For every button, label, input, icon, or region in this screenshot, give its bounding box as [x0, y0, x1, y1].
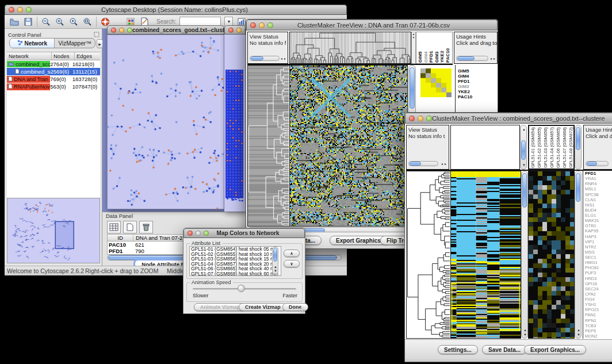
scroll-down-icon[interactable]: ▼ — [274, 269, 277, 273]
open-icon[interactable] — [9, 17, 20, 27]
scrollbar-thumb[interactable] — [457, 56, 475, 60]
scrollbar-thumb[interactable] — [273, 248, 277, 262]
heatmap-pane[interactable] — [289, 65, 408, 227]
network-view-canvas[interactable] — [107, 35, 224, 209]
gene-label[interactable]: BUD4 — [583, 208, 612, 213]
minimize-button[interactable] — [196, 231, 201, 236]
attribute-table-icon[interactable] — [107, 221, 121, 233]
scrollbar-thumb[interactable] — [576, 127, 580, 150]
save-icon[interactable] — [23, 17, 33, 27]
gene-label[interactable]: PAN1 — [583, 312, 612, 317]
gene-label[interactable]: NIS1 — [583, 202, 612, 208]
delete-attribute-icon[interactable] — [139, 221, 153, 233]
close-button[interactable] — [250, 22, 256, 28]
zoom-button[interactable] — [204, 231, 209, 236]
minimize-button[interactable] — [418, 116, 423, 121]
network-row[interactable]: combined_sco 2569(6) 13112(15) — [7, 68, 100, 75]
gene-label[interactable]: HRD3 — [583, 276, 612, 281]
close-button[interactable] — [228, 28, 234, 33]
row-dendrogram-pane[interactable] — [247, 65, 289, 227]
gene-label[interactable]: PFD1 — [583, 171, 612, 176]
id-column-header[interactable]: ID — [108, 235, 133, 241]
gene-label[interactable]: RPN1 — [583, 318, 612, 323]
treeview2-titlebar[interactable]: ClusterMaker TreeView : combined_scores_… — [405, 113, 612, 124]
gene-label[interactable]: CPA2 — [583, 292, 612, 297]
tab-network[interactable]: Network — [10, 39, 54, 48]
zoom-fit-icon[interactable] — [82, 17, 93, 27]
close-button[interactable] — [188, 231, 193, 236]
network-view-2-titlebar[interactable] — [224, 25, 246, 35]
zoom-in-icon[interactable] — [55, 17, 65, 27]
move-up-button[interactable]: ∧ — [284, 250, 300, 257]
close-button[interactable] — [409, 116, 415, 121]
zoom-heatmap-pane[interactable] — [528, 171, 575, 339]
network-row[interactable]: RNAPuberNov2+I 563(0) 107847(0) — [7, 83, 100, 90]
treeview1-titlebar[interactable]: ClusterMaker TreeView : DNA and Tran 07-… — [246, 20, 498, 30]
network-row[interactable]: DNA and Tran 07 769(0) 183728(0) — [7, 75, 100, 83]
float-panel-icon[interactable] — [94, 29, 100, 40]
scroll-down-icon[interactable]: ▼ — [577, 333, 580, 336]
gene-label[interactable]: GTB1 — [583, 223, 612, 228]
scroll-up-icon[interactable]: ▲ — [577, 328, 580, 332]
dialog-titlebar[interactable]: Map Colors to Network — [183, 228, 305, 238]
export-graphics-button[interactable]: Export Graphics... — [524, 345, 586, 354]
scroll-down-icon[interactable]: ▼ — [523, 333, 527, 336]
col-header-edges[interactable]: Edges — [75, 52, 100, 60]
column-dendrogram-pane[interactable] — [289, 32, 411, 64]
main-titlebar[interactable]: Cytoscape Desktop (Session Name: collins… — [5, 5, 347, 15]
resize-grip[interactable] — [299, 307, 304, 313]
gene-label[interactable]: SEC1 — [583, 255, 612, 260]
scroll-up-icon[interactable]: ▲ — [274, 265, 277, 269]
save-data-button[interactable]: Save Data... — [482, 345, 527, 354]
gene-label[interactable]: VIP1 — [583, 239, 612, 244]
zoom-button[interactable] — [426, 116, 432, 121]
speed-slider-thumb[interactable] — [238, 285, 245, 292]
zoom-out-icon[interactable] — [41, 17, 51, 27]
gene-label[interactable]: NTR2 — [583, 244, 612, 250]
column-tree-scroll-strip[interactable]: ▲▼ — [411, 32, 416, 64]
network-row[interactable]: combined_scores_ 2764(0) 16218(0) — [7, 60, 100, 68]
scrollbar-thumb[interactable] — [410, 67, 415, 109]
gene-label[interactable]: MON2 — [583, 334, 612, 339]
zoom-button[interactable] — [267, 22, 273, 28]
scrollbar-thumb[interactable] — [587, 162, 597, 166]
col-header-network[interactable]: Network — [7, 52, 52, 60]
zoom-matrix-canvas[interactable] — [420, 68, 452, 97]
scroll-left-icon[interactable]: ◂ — [490, 57, 492, 60]
move-down-button[interactable]: ∨ — [284, 260, 300, 267]
close-button[interactable] — [9, 7, 14, 13]
scroll-up-icon[interactable]: ▲ — [523, 328, 527, 332]
settings-button[interactable]: Settings... — [438, 345, 478, 354]
scroll-right-icon[interactable]: ▸ — [494, 57, 495, 60]
gene-label[interactable]: ELG1 — [583, 213, 612, 218]
create-vizmap-button[interactable]: Create Vizmap — [239, 303, 287, 311]
gene-label[interactable]: PEP5 — [583, 328, 612, 334]
gene-label[interactable]: GPI16 — [583, 281, 612, 286]
scrollbar-thumb[interactable] — [522, 173, 527, 208]
scrollbar-thumb[interactable] — [410, 162, 421, 166]
scrollbar-thumb[interactable] — [521, 140, 526, 160]
zoom-selected-icon[interactable] — [68, 17, 79, 27]
gene-label[interactable]: PUF3 — [583, 270, 612, 275]
gene-label[interactable]: PHO81 — [583, 265, 612, 270]
zoom-button[interactable] — [127, 28, 132, 33]
scroll-right-icon[interactable]: ▸ — [284, 57, 286, 60]
network-overview-navigator[interactable] — [7, 198, 100, 263]
scroll-left-icon[interactable]: ◂ — [441, 162, 443, 166]
zoom-button[interactable] — [26, 7, 32, 13]
gene-label[interactable]: MSI1 — [583, 250, 612, 255]
col-header-nodes[interactable]: Nodes — [52, 52, 75, 60]
gene-label[interactable]: YSH1 — [583, 302, 612, 307]
row-dendrogram-pane[interactable] — [406, 171, 450, 339]
gene-label[interactable]: RPO21 — [583, 307, 612, 312]
new-attribute-icon[interactable] — [123, 221, 137, 233]
gene-label[interactable]: RNR4 — [583, 181, 612, 186]
gene-label[interactable]: CLN1 — [583, 197, 612, 202]
column-dendrogram-pane[interactable] — [450, 125, 520, 170]
network-view-titlebar[interactable]: combined_scores_good.txt--cluste... — [107, 25, 224, 35]
scrollbar-thumb[interactable] — [251, 56, 263, 60]
scroll-up-icon[interactable]: ▲ — [522, 128, 526, 131]
minimize-button[interactable] — [119, 28, 124, 33]
gene-label[interactable]: YRA1 — [583, 176, 612, 181]
scrollbar-thumb[interactable] — [576, 173, 580, 202]
